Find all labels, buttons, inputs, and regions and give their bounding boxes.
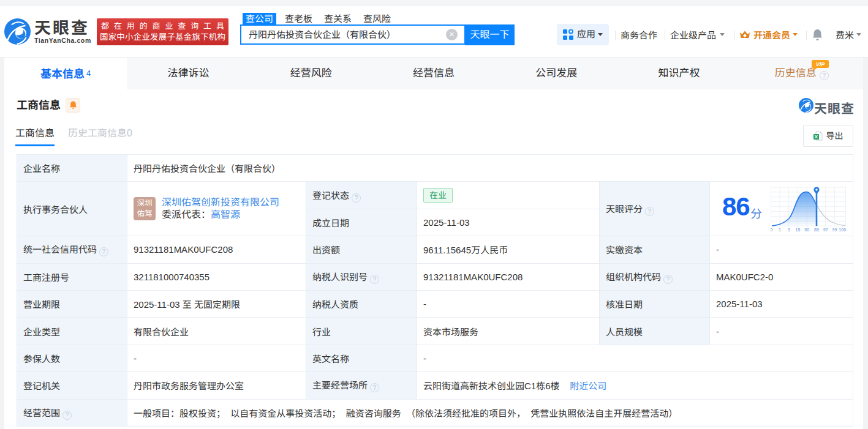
svg-text:0: 0 bbox=[771, 228, 773, 232]
svg-text:VIP: VIP bbox=[815, 61, 825, 67]
svg-text:15: 15 bbox=[796, 228, 801, 232]
svg-text:97: 97 bbox=[823, 228, 828, 232]
svg-text:X: X bbox=[814, 134, 818, 140]
svg-text:85: 85 bbox=[814, 228, 819, 232]
svg-text:3: 3 bbox=[788, 228, 790, 232]
svg-text:50: 50 bbox=[804, 228, 809, 232]
svg-text:100: 100 bbox=[839, 228, 846, 232]
svg-text:99: 99 bbox=[832, 228, 837, 232]
svg-text:1: 1 bbox=[779, 228, 781, 232]
